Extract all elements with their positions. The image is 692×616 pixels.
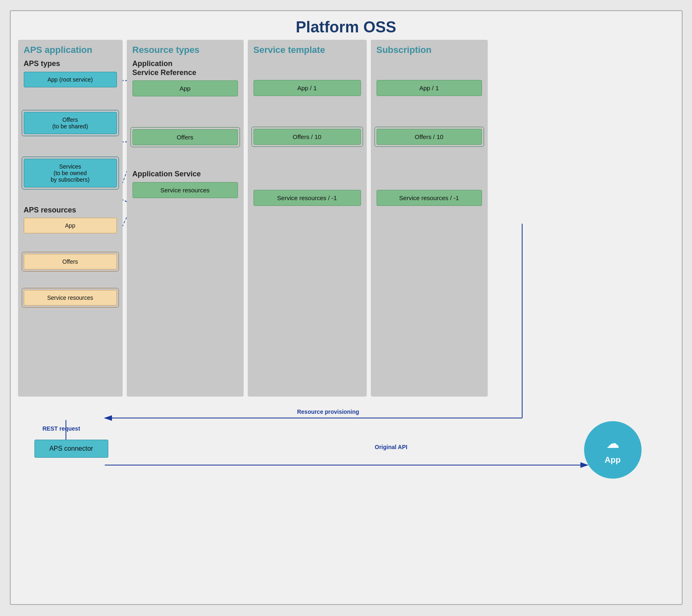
aps-resources-section: APS resources App Offers Service resourc… [24,206,117,306]
sub-service-resources: Service resources / -1 [377,190,482,206]
rest-request-label: REST request [43,425,80,432]
col-subscription: Subscription App / 1 Offers / 10 Service… [371,40,488,397]
main-container: Platform OSS [10,10,683,605]
original-api-label: Original API [375,444,408,450]
aps-connector-box: APS connector [34,440,108,458]
as-service-resources: Service resources [132,182,238,198]
sub-app: App / 1 [377,80,482,96]
aps-types-section: APS types App (root service) Offers(to b… [24,59,117,187]
aps-type-app: App (root service) [24,72,117,87]
subscription-header: Subscription [377,45,482,55]
aps-types-header: APS types [24,59,117,68]
bottom-section: REST request APS connector Original API … [18,405,674,577]
asr-header: ApplicationService Reference [132,59,238,77]
col-resource-types: Resource types ApplicationService Refere… [127,40,244,397]
page-title: Platform OSS [11,11,682,41]
st-service-resources: Service resources / -1 [254,190,361,206]
aps-resource-app: App [24,218,117,233]
cloud-icon: ☁ [606,436,619,451]
columns-area: APS application APS types App (root serv… [18,40,674,397]
aps-resources-header: APS resources [24,206,117,215]
resource-types-header: Resource types [132,45,238,55]
asr-app: App [132,80,238,96]
col-aps-application: APS application APS types App (root serv… [18,40,123,397]
service-template-header: Service template [254,45,361,55]
as-header: Application Service [132,170,238,179]
cloud-circle: ☁ App [584,421,642,479]
col-service-template: Service template App / 1 Offers / 10 Ser… [248,40,367,397]
aps-application-header: APS application [24,45,117,55]
cloud-app-label: App [605,455,621,465]
st-app: App / 1 [254,80,361,96]
